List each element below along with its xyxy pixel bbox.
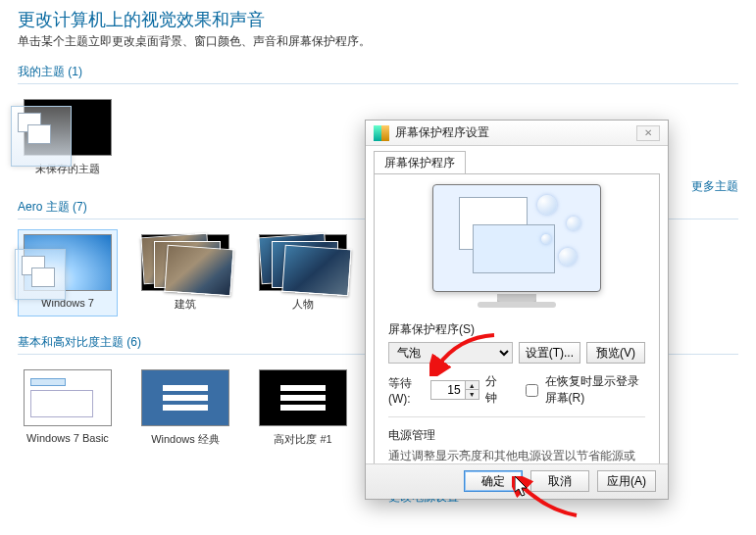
theme-label: 高对比度 #1 <box>274 432 331 447</box>
resume-login-label: 在恢复时显示登录屏幕(R) <box>545 373 645 407</box>
theme-hc1[interactable]: 高对比度 #1 <box>253 365 353 452</box>
dialog-tabs: 屏幕保护程序 <box>374 152 660 173</box>
apply-button[interactable]: 应用(A) <box>597 470 656 492</box>
wait-spinner[interactable]: ▲ ▼ <box>430 380 479 400</box>
ok-button[interactable]: 确定 <box>464 470 523 492</box>
theme-label: 建筑 <box>175 297 196 312</box>
screensaver-dialog: 屏幕保护程序设置 ✕ 屏幕保护程序 屏幕保护程序(S) 气泡 设置(T)... … <box>365 120 669 500</box>
theme-overlay-icon <box>15 249 66 300</box>
dialog-footer: 确定 取消 应用(A) <box>366 463 668 499</box>
theme-w7-basic[interactable]: Windows 7 Basic <box>18 365 118 452</box>
wait-unit: 分钟 <box>485 373 504 407</box>
page-title: 更改计算机上的视觉效果和声音 <box>18 8 738 31</box>
more-themes-link[interactable]: 更多主题 <box>691 178 738 195</box>
theme-architecture[interactable]: 建筑 <box>135 229 235 316</box>
page-subtitle: 单击某个主题立即更改桌面背景、窗口颜色、声音和屏幕保护程序。 <box>18 33 738 50</box>
spinner-up-icon[interactable]: ▲ <box>465 381 479 390</box>
theme-overlay-icon <box>11 106 72 167</box>
screensaver-icon <box>374 125 389 141</box>
screensaver-select[interactable]: 气泡 <box>388 342 513 364</box>
preview-button[interactable]: 预览(V) <box>586 342 645 364</box>
cancel-button[interactable]: 取消 <box>530 470 589 492</box>
power-title: 电源管理 <box>388 427 645 444</box>
close-icon[interactable]: ✕ <box>636 125 660 141</box>
my-themes-header: 我的主题 (1) <box>18 64 738 84</box>
tab-screensaver[interactable]: 屏幕保护程序 <box>374 151 466 174</box>
theme-label: 人物 <box>292 297 314 312</box>
screensaver-label: 屏幕保护程序(S) <box>388 321 645 338</box>
theme-unsaved[interactable]: 未保存的主题 <box>18 94 118 181</box>
theme-label: Windows 7 Basic <box>26 432 109 444</box>
resume-login-checkbox[interactable]: 在恢复时显示登录屏幕(R) <box>522 373 645 407</box>
wait-input[interactable] <box>431 383 465 397</box>
dialog-title: 屏幕保护程序设置 <box>395 124 489 141</box>
dialog-body: 屏幕保护程序(S) 气泡 设置(T)... 预览(V) 等待(W): ▲ ▼ 分… <box>374 173 660 469</box>
dialog-titlebar[interactable]: 屏幕保护程序设置 ✕ <box>366 121 668 146</box>
resume-login-input[interactable] <box>526 384 538 397</box>
theme-label: Windows 经典 <box>151 432 220 447</box>
wait-label: 等待(W): <box>388 375 425 406</box>
spinner-down-icon[interactable]: ▼ <box>465 390 479 399</box>
preview-monitor <box>432 184 601 310</box>
theme-characters[interactable]: 人物 <box>253 229 353 316</box>
theme-windows7[interactable]: Windows 7 <box>18 229 118 316</box>
settings-button[interactable]: 设置(T)... <box>519 342 580 364</box>
theme-classic[interactable]: Windows 经典 <box>135 365 235 452</box>
